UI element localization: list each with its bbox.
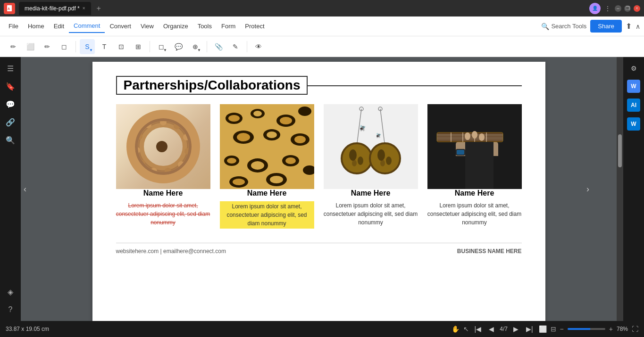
scroll-icon[interactable]: ⊟ <box>551 325 556 333</box>
sidebar-pages-icon[interactable]: ☰ <box>3 61 18 76</box>
pdf-area: ‹ Partnerships/Collaborations <box>21 57 617 321</box>
svg-point-25 <box>237 133 250 141</box>
first-page-btn[interactable]: |◀ <box>473 324 484 334</box>
eye-tool-btn[interactable]: 👁 <box>251 39 266 54</box>
partner-name-1: Name Here <box>143 189 183 197</box>
next-page-btn[interactable]: ▶ <box>511 324 520 334</box>
menu-right: 🔍 Search Tools Share ⬆ ∧ <box>541 20 640 33</box>
active-tab[interactable]: media-kit-file-pdf.pdf * × <box>19 2 91 15</box>
toolbar-sep-1 <box>75 41 76 52</box>
right-sidebar: ⚙ W AI W <box>623 57 644 321</box>
menu-organize[interactable]: Organize <box>159 20 193 33</box>
page-next-btn[interactable]: › <box>586 184 589 194</box>
zoom-in-icon[interactable]: + <box>609 325 613 333</box>
last-page-btn[interactable]: ▶| <box>524 324 535 334</box>
zoom-level: 78% <box>617 326 628 332</box>
svg-point-4 <box>160 119 167 125</box>
shape-tool-btn[interactable]: ◻▼ <box>154 39 169 54</box>
svg-point-31 <box>227 158 236 164</box>
right-sidebar-ai-icon[interactable]: AI <box>627 99 640 112</box>
upload-icon[interactable]: ⬆ <box>626 22 632 31</box>
restore-btn[interactable]: ❐ <box>624 5 631 12</box>
toolbar: ✏ ⬜ ✏ ◻ S▼ T ⊡ ⊞ ◻▼ 💬 ⊕▼ 📎 ✎ 👁 <box>0 36 644 57</box>
scrollbar[interactable] <box>617 57 623 321</box>
partners-grid: Name Here Lorem ipsum dolor sit amet, co… <box>116 104 522 229</box>
partner-image-3: 🪰 🪰 <box>324 104 418 189</box>
svg-rect-75 <box>457 150 464 155</box>
prev-page-btn[interactable]: ◀ <box>487 324 496 334</box>
right-sidebar-word-icon[interactable]: W <box>627 80 640 93</box>
collapse-btn[interactable]: ∧ <box>636 23 640 30</box>
partner-name-2: Name Here <box>247 189 287 197</box>
sidebar-bookmarks-icon[interactable]: 🔖 <box>3 79 18 94</box>
svg-point-12 <box>134 147 140 154</box>
menu-home[interactable]: Home <box>23 20 49 33</box>
sidebar-search-icon[interactable]: 🔍 <box>3 132 18 148</box>
svg-point-9 <box>165 168 171 174</box>
svg-text:A: A <box>8 7 10 10</box>
svg-point-38 <box>233 179 245 185</box>
zoom-out-icon[interactable]: − <box>560 325 564 333</box>
svg-point-20 <box>253 111 262 116</box>
hand-tool-icon[interactable]: ✋ <box>452 325 460 333</box>
minimize-btn[interactable]: – <box>615 5 621 12</box>
svg-point-11 <box>139 160 145 166</box>
sidebar-layers-icon[interactable]: ◈ <box>3 284 18 299</box>
draw-tool-btn[interactable]: ✏ <box>6 39 21 54</box>
zoom-slider[interactable] <box>568 328 605 330</box>
share-button[interactable]: Share <box>590 20 622 33</box>
toolbar-sep-3 <box>207 41 207 52</box>
attach-tool-btn[interactable]: 📎 <box>211 39 226 54</box>
menu-view[interactable]: View <box>136 20 159 33</box>
menu-comment[interactable]: Comment <box>69 19 105 33</box>
menu-protect[interactable]: Protect <box>240 20 269 33</box>
add-tab-btn[interactable]: + <box>97 4 101 13</box>
callout-tool-btn[interactable]: ⊞ <box>131 39 146 54</box>
footer-contact: websitehere.com | emailhere@connect.com <box>116 248 226 255</box>
menu-tools[interactable]: Tools <box>193 20 217 33</box>
overflow-menu-icon[interactable]: ⋮ <box>604 5 611 12</box>
menu-convert[interactable]: Convert <box>105 20 136 33</box>
select-tool-btn[interactable]: ⬜ <box>23 39 38 54</box>
svg-text:🪰: 🪰 <box>359 124 366 132</box>
edit-tool-btn[interactable]: ✎ <box>228 39 243 54</box>
svg-point-72 <box>472 131 477 139</box>
textbox-tool-btn[interactable]: ⊡ <box>114 39 129 54</box>
select-tool-icon[interactable]: ↖ <box>463 325 469 333</box>
svg-point-53 <box>377 149 385 161</box>
highlight-tool-btn[interactable]: S▼ <box>80 39 95 54</box>
menu-file[interactable]: File <box>4 20 23 33</box>
sidebar-comments-icon[interactable]: 💬 <box>3 97 18 112</box>
tab-close-btn[interactable]: × <box>83 6 85 11</box>
menu-edit[interactable]: Edit <box>49 20 69 33</box>
partner-card-2: Name Here Lorem ipsum dolor sit amet, co… <box>220 104 314 229</box>
title-bar-left: A media-kit-file-pdf.pdf * × + <box>4 2 585 15</box>
fullscreen-icon[interactable]: ⛶ <box>632 325 638 333</box>
page-footer: websitehere.com | emailhere@connect.com … <box>116 243 522 255</box>
left-sidebar: ☰ 🔖 💬 🔗 🔍 ◈ ? <box>0 57 21 321</box>
note-tool-btn[interactable]: 💬 <box>171 39 186 54</box>
toolbar-sep-2 <box>150 41 150 52</box>
partner-image-2 <box>220 104 314 189</box>
sidebar-help-icon[interactable]: ? <box>3 302 18 317</box>
pdf-page: Partnerships/Collaborations <box>92 62 545 321</box>
menu-form[interactable]: Form <box>217 20 240 33</box>
pencil-tool-btn[interactable]: ✏ <box>40 39 55 54</box>
single-page-icon[interactable]: ⬜ <box>539 325 547 333</box>
svg-point-27 <box>267 132 277 138</box>
stamp-tool-btn[interactable]: ⊕▼ <box>188 39 203 54</box>
page-indicator: 4/7 <box>500 326 508 332</box>
close-btn[interactable]: × <box>634 5 640 12</box>
sidebar-links-icon[interactable]: 🔗 <box>3 115 18 130</box>
svg-point-49 <box>358 156 363 165</box>
eraser-tool-btn[interactable]: ◻ <box>57 39 72 54</box>
scroll-thumb[interactable] <box>618 134 622 167</box>
page-prev-btn[interactable]: ‹ <box>24 184 26 194</box>
right-sidebar-word2-icon[interactable]: W <box>627 117 640 131</box>
svg-point-3 <box>139 122 188 171</box>
search-tools-btn[interactable]: 🔍 Search Tools <box>541 23 586 30</box>
svg-point-5 <box>174 123 180 129</box>
svg-point-10 <box>151 168 157 174</box>
right-sidebar-settings-icon[interactable]: ⚙ <box>626 61 641 76</box>
text-tool-btn[interactable]: T <box>97 39 112 54</box>
